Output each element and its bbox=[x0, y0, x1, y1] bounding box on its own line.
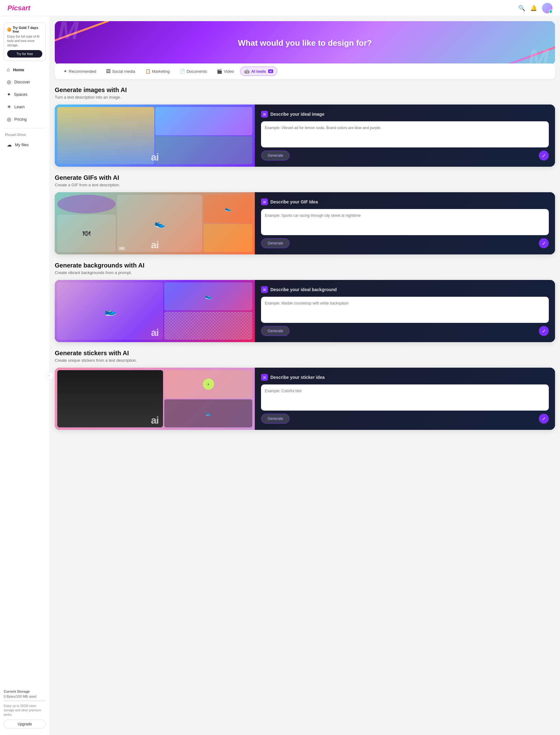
discover-icon: ◎ bbox=[7, 79, 11, 85]
expand-button-gifs[interactable]: ⤢ bbox=[539, 238, 549, 248]
tab-label-video: Video bbox=[224, 69, 234, 74]
trial-badge: Try Gold 7 days free bbox=[7, 26, 42, 33]
preview-ai-text: ai bbox=[151, 152, 159, 163]
expand-button-stickers[interactable]: ⤢ bbox=[539, 414, 549, 424]
tab-ai-tools[interactable]: 🤖AI toolsai bbox=[240, 67, 277, 76]
tab-marketing[interactable]: 📋Marketing bbox=[142, 67, 174, 76]
deco-m-right: M bbox=[528, 46, 549, 65]
images-preview: ai bbox=[55, 105, 255, 167]
notifications-button[interactable]: 🔔 bbox=[530, 5, 537, 12]
sticker-extras: $ 👟 bbox=[164, 370, 252, 427]
sticker-shoe: 👟 bbox=[164, 399, 252, 427]
ai-textarea-gifs[interactable] bbox=[261, 209, 549, 235]
preview-thumb-2 bbox=[155, 107, 252, 135]
ai-card-actions-backgrounds: Generate ⤢ bbox=[261, 326, 549, 336]
tab-video[interactable]: 🎬Video bbox=[213, 67, 238, 76]
backgrounds-preview: 👟 👟 ai bbox=[55, 280, 255, 342]
storage-used: 0 Bytes/100 MB used bbox=[4, 695, 46, 698]
storage-section-label: Current Storage bbox=[4, 690, 46, 693]
learn-icon: ☀ bbox=[7, 104, 11, 110]
ai-icon-badge-stickers: ai bbox=[261, 374, 268, 381]
section-title-backgrounds: Generate backgrounds with AI bbox=[55, 262, 555, 269]
ai-badge: ai bbox=[268, 69, 273, 73]
social-media-tab-icon: 🖼 bbox=[106, 69, 110, 74]
bg-shoe-main: 👟 bbox=[57, 283, 163, 340]
tab-label-marketing: Marketing bbox=[152, 69, 170, 74]
sidebar-collapse-button[interactable]: ‹ bbox=[46, 372, 53, 379]
trial-button[interactable]: Try for free bbox=[7, 50, 42, 58]
bg-side: 👟 bbox=[164, 283, 252, 340]
section-subtitle-stickers: Create unique stickers from a text descr… bbox=[55, 358, 555, 363]
section-backgrounds: Generate backgrounds with AI Create vibr… bbox=[50, 255, 560, 342]
tab-recommended[interactable]: ✦Recommended bbox=[60, 67, 100, 76]
generate-button-gifs[interactable]: Generate bbox=[261, 238, 290, 248]
expand-button-backgrounds[interactable]: ⤢ bbox=[539, 326, 549, 336]
trial-description: Enjoy the full suite of AI tools and ton… bbox=[7, 35, 42, 48]
ai-card-images: ai ai Describe your ideal image Generate… bbox=[55, 105, 555, 167]
preview-ai-text-bg: ai bbox=[151, 327, 159, 339]
logo[interactable]: Picsart bbox=[7, 4, 30, 12]
gif-main: 👟 GIF bbox=[117, 195, 202, 252]
ai-textarea-images[interactable] bbox=[261, 121, 549, 148]
recommended-tab-icon: ✦ bbox=[63, 69, 67, 74]
cloud-icon: ☁ bbox=[7, 142, 12, 148]
sidebar-item-discover[interactable]: ◎Discover bbox=[2, 76, 48, 88]
trial-badge-icon bbox=[7, 27, 11, 32]
sidebar-item-learn[interactable]: ☀Learn bbox=[2, 101, 48, 113]
hero-banner: M M What would you like to design for? bbox=[55, 21, 555, 65]
preview-ai-text-stickers: ai bbox=[151, 414, 159, 426]
picsart-drive-label: Picsart Drive bbox=[0, 131, 49, 138]
sections-container: Generate images with AI Turn a text desc… bbox=[50, 79, 560, 430]
ai-tools-tab-icon: 🤖 bbox=[244, 69, 250, 74]
sidebar-item-label-home: Home bbox=[13, 68, 24, 72]
tab-documents[interactable]: 📄Documents bbox=[176, 67, 211, 76]
gif-dashed-label: GIF bbox=[119, 247, 125, 250]
sticker-circle-wrap: $ bbox=[164, 370, 252, 398]
section-gifs: Generate GIFs with AI Create a GIF from … bbox=[50, 167, 560, 255]
sidebar-item-my-files[interactable]: ☁ My files bbox=[2, 139, 48, 151]
generate-button-images[interactable]: Generate bbox=[261, 151, 290, 161]
storage-bar bbox=[4, 700, 46, 701]
ai-card-input-images: ai Describe your ideal image Generate ⤢ bbox=[255, 105, 555, 167]
tab-label-ai-tools: AI tools bbox=[251, 69, 266, 74]
avatar[interactable] bbox=[542, 3, 553, 13]
marketing-tab-icon: 📋 bbox=[145, 69, 151, 74]
upgrade-button[interactable]: Upgrade bbox=[4, 719, 46, 729]
ai-card-input-gifs: ai Describe your GIF Idea Generate ⤢ bbox=[255, 192, 555, 255]
expand-button-images[interactable]: ⤢ bbox=[539, 151, 549, 161]
tabs-bar: ✦Recommended🖼Social media📋Marketing📄Docu… bbox=[55, 63, 555, 79]
ai-textarea-stickers[interactable] bbox=[261, 384, 549, 410]
tab-label-documents: Documents bbox=[187, 69, 207, 74]
ai-card-actions-gifs: Generate ⤢ bbox=[261, 238, 549, 248]
ai-card-input-backgrounds: ai Describe your ideal background Genera… bbox=[255, 280, 555, 342]
gifs-side: 🍽 bbox=[57, 195, 116, 252]
sticker-figure-bg bbox=[57, 370, 163, 427]
ai-card-header-backgrounds: ai Describe your ideal background bbox=[261, 286, 549, 293]
sticker-figure bbox=[57, 370, 163, 427]
section-stickers: Generate stickers with AI Create unique … bbox=[50, 342, 560, 430]
preview-thumb-1 bbox=[57, 107, 154, 164]
sidebar-item-pricing[interactable]: ◎Pricing bbox=[2, 113, 48, 125]
tab-social-media[interactable]: 🖼Social media bbox=[102, 67, 139, 76]
my-files-label: My files bbox=[15, 143, 29, 147]
ai-textarea-backgrounds[interactable] bbox=[261, 297, 549, 323]
tab-label-social-media: Social media bbox=[112, 69, 135, 74]
generate-button-backgrounds[interactable]: Generate bbox=[261, 326, 290, 336]
ai-card-stickers: $ 👟 ai ai Describe your sticker idea Gen… bbox=[55, 367, 555, 430]
gif-thumb-2: 👟 bbox=[203, 195, 252, 223]
bg-shoe-icon: 👟 bbox=[103, 304, 117, 318]
video-tab-icon: 🎬 bbox=[217, 69, 222, 74]
sidebar-item-spaces[interactable]: ✦Spaces bbox=[2, 88, 48, 101]
search-button[interactable]: 🔍 bbox=[518, 5, 525, 12]
documents-tab-icon: 📄 bbox=[180, 69, 185, 74]
sidebar-divider bbox=[4, 128, 46, 129]
sidebar-item-home[interactable]: ⌂Home bbox=[2, 64, 48, 76]
ai-icon-badge-images: ai bbox=[261, 111, 268, 118]
section-title-gifs: Generate GIFs with AI bbox=[55, 174, 555, 181]
bg-thumb-1: 👟 bbox=[164, 283, 252, 311]
nav-items: ⌂Home◎Discover✦Spaces☀Learn◎Pricing bbox=[0, 63, 49, 126]
generate-button-stickers[interactable]: Generate bbox=[261, 414, 290, 424]
trial-badge-label: Try Gold 7 days free bbox=[13, 26, 42, 33]
bg-thumb-2 bbox=[164, 312, 252, 340]
ai-card-label-gifs: Describe your GIF Idea bbox=[270, 199, 318, 204]
